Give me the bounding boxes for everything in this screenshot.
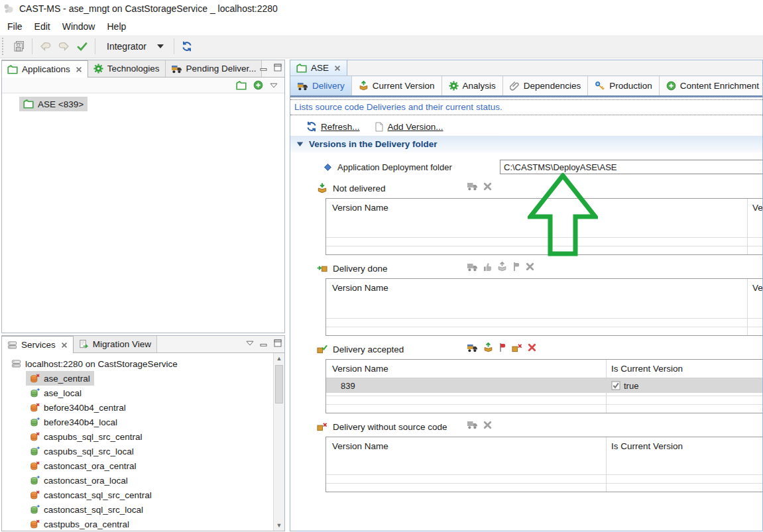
box-in-icon <box>317 183 327 193</box>
tab-applications[interactable]: Applications <box>2 60 88 78</box>
tree-item-castoncast-sql-src-central[interactable]: castoncast_sql_src_central <box>26 488 156 502</box>
action-refresh[interactable]: Refresh... <box>306 121 360 132</box>
form-tab-label: Delivery <box>312 81 345 91</box>
tree-item-castoncast-sql-src-local[interactable]: castoncast_sql_src_local <box>26 502 147 517</box>
back-button[interactable] <box>36 38 54 55</box>
table-header: Version NameVers <box>326 199 763 217</box>
db-central-icon <box>30 461 40 471</box>
editor-tab-ase[interactable]: ASE <box>290 60 347 76</box>
tab-pending-deliver[interactable]: Pending Deliver... <box>166 60 263 77</box>
forward-button[interactable] <box>54 38 73 55</box>
tree-item-before340b4-central[interactable]: before340b4_central <box>26 400 130 415</box>
deployment-folder-input[interactable] <box>500 160 763 174</box>
collapse-icon[interactable] <box>296 141 304 147</box>
tree-item-castpubs-ora-central[interactable]: castpubs_ora_central <box>26 517 133 531</box>
truck-gray-icon[interactable] <box>467 182 478 191</box>
tree-item-caspubs-sql-src-local[interactable]: caspubs_sql_src_local <box>26 444 138 458</box>
tree-item-label: localhost:2280 on CastStorageService <box>25 359 178 369</box>
thumb-gray-icon[interactable] <box>483 262 492 272</box>
close-icon[interactable] <box>334 65 341 72</box>
group-delivery-without-source-code: Delivery without source codeVersion Name… <box>290 419 762 492</box>
db-central-icon <box>30 403 40 413</box>
db-central-icon <box>30 374 40 384</box>
minimize-icon[interactable] <box>260 340 268 347</box>
tree-item-label: caspubs_sql_src_local <box>44 447 134 456</box>
applications-panel: ApplicationsTechnologiesPending Deliver.… <box>1 60 285 333</box>
form-tab-content-enrichment[interactable]: Content Enrichment <box>660 76 762 95</box>
tree-item-ase-local[interactable]: ase_local <box>26 386 86 400</box>
x-gray-icon[interactable] <box>483 182 492 191</box>
add-icon[interactable] <box>253 80 263 90</box>
x-gray-icon[interactable] <box>483 421 492 429</box>
truck-icon[interactable] <box>467 343 478 352</box>
boxup-gray-icon[interactable] <box>497 262 507 272</box>
toolbar-drag-handle[interactable] <box>2 38 7 55</box>
close-icon[interactable] <box>61 342 68 348</box>
menu-window[interactable]: Window <box>56 19 101 34</box>
truck-gray-icon[interactable] <box>467 420 478 429</box>
application-window: CAST-MS - ase_mngt on CastStorageService… <box>0 0 763 532</box>
scroll-down-icon[interactable]: ▼ <box>274 520 284 531</box>
tree-item-caspubs-sql-src-central[interactable]: caspubs_sql_src_central <box>26 429 147 444</box>
diamond-icon <box>323 163 332 172</box>
close-icon[interactable] <box>76 66 82 73</box>
truck-icon <box>171 64 182 74</box>
tree-item-ase-central[interactable]: ase_central <box>26 371 94 386</box>
tree-item-castoncast-ora-central[interactable]: castoncast_ora_central <box>26 458 141 473</box>
checkbox-checked-icon[interactable] <box>611 381 620 390</box>
form-tab-production[interactable]: Production <box>588 76 660 95</box>
maximize-icon[interactable] <box>274 64 282 72</box>
deployment-folder-row: Application Deployment folder <box>323 160 762 174</box>
column-is-current: Is Current Version <box>611 364 683 374</box>
minimize-icon[interactable] <box>260 64 268 72</box>
tree-item-before340b4-local[interactable]: before340b4_local <box>26 415 121 429</box>
x-gray-icon[interactable] <box>526 262 534 271</box>
boxup-icon[interactable] <box>483 343 493 352</box>
is-current-cell: true <box>611 381 638 391</box>
box-check-icon <box>317 345 327 354</box>
save-all-button[interactable] <box>10 38 29 55</box>
migration-icon <box>79 339 89 349</box>
form-tab-dependencies[interactable]: Dependencies <box>503 76 588 95</box>
flag-red-icon[interactable] <box>499 343 506 352</box>
tree-item-label: castoncast_ora_local <box>44 476 128 486</box>
box-done-icon <box>317 264 327 273</box>
scrollbar-thumb[interactable] <box>275 365 283 403</box>
truck-icon <box>297 81 308 91</box>
view-menu-icon[interactable] <box>270 83 278 88</box>
box-x-icon[interactable] <box>512 343 522 352</box>
tab-migration-view[interactable]: Migration View <box>74 336 157 352</box>
truck-gray-icon[interactable] <box>467 262 478 272</box>
x-red-icon[interactable] <box>528 343 536 352</box>
tree-item-localhost-2280-on-caststorageservice[interactable]: localhost:2280 on CastStorageService <box>7 356 182 371</box>
tab-technologies[interactable]: Technologies <box>88 60 166 77</box>
table-header: Version NameIs Current Version <box>326 360 763 378</box>
services-scrollbar[interactable]: ▲ ▼ <box>273 353 284 531</box>
table-row[interactable]: 839true <box>326 378 763 393</box>
table-header: Version NameVers <box>326 279 763 297</box>
form-tab-current-version[interactable]: Current Version <box>352 76 442 95</box>
versions-table: Version NameIs Current Version839true <box>325 359 763 413</box>
profile-dropdown[interactable]: Integrator <box>99 39 170 54</box>
form-tab-delivery[interactable]: Delivery <box>290 76 352 95</box>
form-tab-analysis[interactable]: Analysis <box>442 76 503 95</box>
tree-item-label: caspubs_sql_src_central <box>44 432 143 442</box>
maximize-icon[interactable] <box>274 339 282 347</box>
flag-gray-icon[interactable] <box>512 262 520 272</box>
menu-file[interactable]: File <box>1 19 29 34</box>
tree-item-label: ase_central <box>44 374 90 384</box>
section-title: Versions in the Delivery folder <box>309 139 438 149</box>
tree-item-castoncast-ora-local[interactable]: castoncast_ora_local <box>26 473 132 488</box>
new-application-icon[interactable] <box>236 81 247 90</box>
section-header[interactable]: Versions in the Delivery folder <box>290 136 762 152</box>
back-arrow-icon <box>40 42 51 51</box>
view-menu-icon[interactable] <box>246 341 254 346</box>
validate-button[interactable] <box>73 38 91 55</box>
refresh-button[interactable] <box>178 38 196 55</box>
menu-edit[interactable]: Edit <box>29 19 56 34</box>
tree-item-ase-839[interactable]: ASE <839> <box>19 97 88 111</box>
scroll-up-icon[interactable]: ▲ <box>274 353 284 364</box>
action-add-version[interactable]: Add Version... <box>375 122 443 132</box>
tab-services[interactable]: Services <box>2 336 74 353</box>
menu-help[interactable]: Help <box>101 19 132 34</box>
